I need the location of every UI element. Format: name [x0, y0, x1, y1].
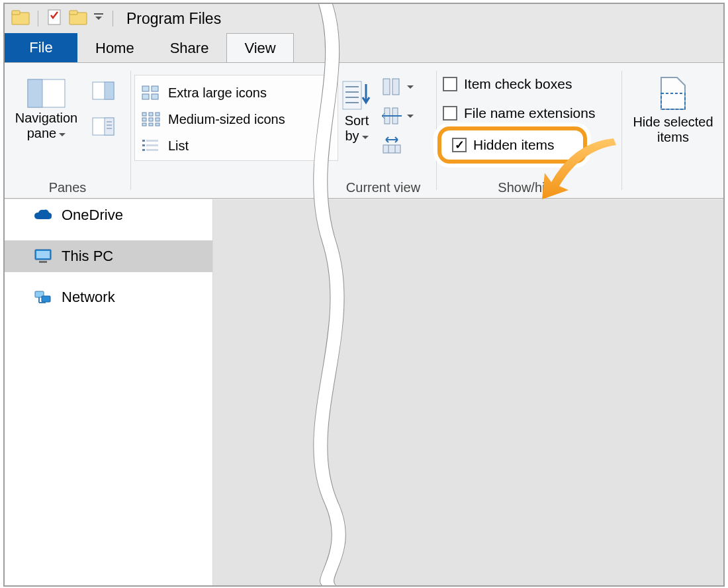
- svg-rect-31: [146, 144, 158, 146]
- item-check-boxes-checkbox[interactable]: Item check boxes: [443, 76, 572, 92]
- svg-rect-26: [149, 123, 153, 126]
- hide-selected-items-icon: [657, 75, 689, 112]
- tree-item-this-pc[interactable]: This PC: [5, 240, 212, 272]
- separator: [38, 11, 38, 26]
- ribbon-group-label: Panes: [5, 180, 130, 195]
- tab-home[interactable]: Home: [77, 33, 152, 62]
- navigation-tree: OneDrive This PC Network: [5, 199, 213, 585]
- folder-icon[interactable]: [69, 9, 87, 28]
- svg-rect-34: [343, 81, 361, 109]
- checkbox-icon: [443, 106, 457, 121]
- checkbox-label: Hidden items: [473, 137, 555, 153]
- file-name-extensions-checkbox[interactable]: File name extensions: [443, 105, 595, 121]
- svg-rect-28: [142, 140, 145, 142]
- svg-rect-4: [69, 11, 77, 15]
- svg-rect-40: [392, 79, 399, 95]
- svg-rect-29: [146, 140, 158, 142]
- hide-selected-items-label: Hide selected items: [633, 115, 713, 144]
- details-pane-icon: [92, 117, 114, 136]
- separator: [113, 11, 113, 26]
- tree-item-onedrive[interactable]: OneDrive: [5, 199, 212, 231]
- svg-rect-33: [146, 149, 158, 151]
- svg-rect-23: [149, 118, 153, 121]
- ribbon-view: Navigation pane Panes Extra large icons …: [5, 62, 723, 199]
- checkbox-label: File name extensions: [464, 105, 595, 121]
- tab-share[interactable]: Share: [152, 33, 227, 62]
- navigation-pane-button[interactable]: Navigation pane: [11, 79, 81, 141]
- svg-rect-11: [105, 118, 114, 135]
- svg-rect-19: [142, 113, 146, 116]
- layout-medium-icons[interactable]: Medium-sized icons: [142, 106, 331, 132]
- svg-rect-21: [156, 113, 159, 116]
- medium-icons-icon: [142, 112, 160, 126]
- checkbox-label: Item check boxes: [464, 76, 572, 92]
- layout-list[interactable]: List: [142, 132, 331, 159]
- window-title: Program Files: [126, 10, 221, 28]
- svg-rect-27: [156, 123, 159, 126]
- details-pane-button[interactable]: [92, 117, 114, 136]
- svg-rect-49: [36, 251, 50, 258]
- ribbon-group-label: Current view: [330, 180, 436, 195]
- list-icon: [142, 138, 160, 153]
- svg-rect-20: [149, 113, 153, 116]
- ribbon-tabs: File Home Share View: [5, 33, 723, 62]
- svg-rect-32: [142, 149, 145, 151]
- svg-rect-39: [383, 79, 390, 95]
- layout-label: List: [168, 138, 189, 154]
- svg-rect-30: [142, 144, 145, 146]
- tree-item-label: Network: [62, 289, 115, 306]
- tree-item-label: OneDrive: [62, 207, 123, 224]
- hidden-items-highlight: Hidden items: [443, 133, 582, 157]
- navigation-pane-label: Navigation pane: [15, 111, 78, 140]
- tree-item-label: This PC: [62, 248, 113, 265]
- tab-view[interactable]: View: [226, 33, 293, 62]
- layout-gallery[interactable]: Extra large icons Medium-sized icons Lis…: [134, 75, 338, 161]
- network-icon: [34, 289, 52, 305]
- preview-pane-button[interactable]: [92, 81, 114, 100]
- svg-rect-24: [156, 118, 159, 121]
- explorer-window: Program Files File Home Share View Navig…: [3, 3, 725, 587]
- svg-rect-22: [142, 118, 146, 121]
- add-columns-button[interactable]: [382, 107, 414, 125]
- ribbon-group-panes: Navigation pane Panes: [5, 63, 130, 198]
- sort-by-icon: [341, 79, 372, 112]
- tab-file[interactable]: File: [5, 33, 77, 62]
- properties-icon[interactable]: [46, 8, 62, 30]
- checkbox-icon: [443, 77, 457, 91]
- hide-selected-items-button[interactable]: Hide selected items: [621, 75, 725, 145]
- extra-large-icons-icon: [142, 85, 160, 100]
- sort-by-button[interactable]: Sort by: [337, 79, 377, 144]
- layout-label: Extra large icons: [168, 85, 267, 101]
- svg-rect-9: [105, 82, 114, 99]
- ribbon-group-current-view: Sort by Current view: [330, 63, 436, 198]
- checkbox-checked-icon: [452, 138, 467, 152]
- layout-extra-large-icons[interactable]: Extra large icons: [142, 79, 331, 106]
- svg-rect-43: [383, 145, 400, 153]
- svg-rect-17: [142, 94, 149, 99]
- svg-rect-15: [142, 86, 149, 91]
- ribbon-group-label: Show/hide: [436, 180, 621, 195]
- this-pc-icon: [34, 248, 52, 264]
- svg-rect-1: [12, 11, 20, 15]
- svg-rect-18: [152, 94, 158, 99]
- svg-rect-52: [42, 296, 50, 302]
- group-by-icon: [382, 77, 402, 96]
- tree-item-network[interactable]: Network: [5, 281, 212, 313]
- hidden-items-checkbox[interactable]: Hidden items: [452, 137, 591, 153]
- ribbon-group-label-fragment: L: [130, 180, 342, 195]
- ribbon-group-layout: Extra large icons Medium-sized icons Lis…: [130, 63, 342, 198]
- svg-rect-7: [28, 79, 42, 107]
- chevron-down-icon: [407, 115, 414, 121]
- layout-label: Medium-sized icons: [168, 112, 285, 127]
- svg-rect-16: [152, 86, 158, 91]
- add-columns-icon: [382, 107, 402, 125]
- preview-pane-icon: [92, 81, 114, 100]
- title-bar: Program Files: [5, 4, 723, 33]
- chevron-down-icon: [362, 136, 369, 142]
- onedrive-icon: [34, 209, 52, 222]
- qat-customize-icon[interactable]: [93, 11, 105, 26]
- chevron-down-icon: [407, 85, 414, 92]
- size-all-columns-button[interactable]: [382, 136, 414, 154]
- group-by-button[interactable]: [382, 77, 414, 96]
- navigation-pane-icon: [27, 79, 66, 108]
